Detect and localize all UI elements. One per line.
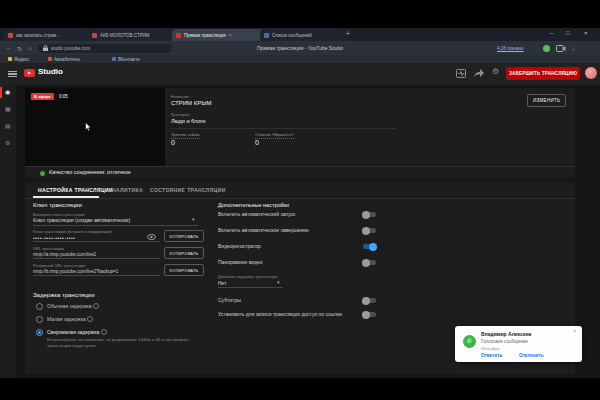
bookmark-favicon-icon — [112, 57, 116, 61]
tabs-divider — [25, 198, 575, 199]
show-key-eye-icon[interactable] — [147, 234, 156, 240]
additional-settings-header: Дополнительные настройки — [218, 202, 289, 208]
live-badge: В эфире — [31, 93, 54, 100]
studio-mini-sidebar: ◉ ▦ ▤ ⚙ — [0, 85, 16, 378]
bookmark-label: Яндекс — [14, 57, 29, 62]
copy-backup-url-button[interactable]: КОПИРОВАТЬ — [164, 264, 204, 276]
tab-stream-health[interactable]: СОСТОЯНИЕ ТРАНСЛЯЦИИ — [150, 187, 226, 193]
stream-key-header: Ключ трансляции — [33, 202, 82, 208]
live-time: 0:05 — [59, 94, 68, 99]
auto-start-toggle[interactable] — [363, 212, 376, 217]
radio-label: Малая задержка — [47, 316, 86, 322]
bookmark-item[interactable]: Яндекс — [8, 57, 29, 62]
stream-key-value: ••••-••••-••••-•••• — [33, 235, 143, 241]
field-underline — [33, 258, 160, 259]
connection-quality-text: Качество соединения: отличное — [49, 169, 131, 175]
browser-tab-label: как записать стрим… — [16, 33, 61, 38]
settings-gear-icon[interactable]: ⚙ — [492, 67, 499, 76]
info-icon[interactable] — [93, 303, 99, 309]
radio-ultra-low-latency[interactable] — [36, 329, 43, 336]
browser-toolbar: ← ↻ ⌂ studio.youtube.com Прямая трансляц… — [0, 41, 600, 55]
toggle-row-label: Панорамное видео — [218, 259, 263, 265]
dvr-toggle[interactable] — [363, 244, 376, 249]
youtube-favicon-icon — [92, 33, 97, 38]
toggle-row-label: Включить автоматический запуск — [218, 211, 295, 217]
sidebar-item-analytics-icon[interactable]: ▤ — [5, 122, 11, 129]
browser-tab-2[interactable]: АКБ МОЛОТОВ.СТРИМ — [88, 29, 178, 41]
copy-url-button[interactable]: КОПИРОВАТЬ — [164, 247, 204, 259]
sidebar-item-stream-broadcast-icon[interactable]: ◉ — [5, 88, 10, 95]
auto-stop-toggle[interactable] — [363, 228, 376, 233]
radio-normal-latency[interactable] — [36, 303, 43, 310]
info-icon[interactable] — [101, 329, 107, 335]
chevron-down-icon[interactable]: ▾ — [192, 216, 195, 222]
copy-key-button[interactable]: КОПИРОВАТЬ — [164, 230, 204, 242]
edit-button[interactable]: ИЗМЕНИТЬ — [527, 94, 566, 107]
bookmarks-bar: Яндекс Авиабилеты ВКонтакте — [0, 55, 600, 63]
browser-tab-label: Прямая трансляция — [184, 33, 226, 38]
extension-icon[interactable] — [543, 45, 550, 52]
download-indicator[interactable]: 4.28 скачано — [497, 46, 524, 51]
browser-tab-4[interactable]: Список сообщений — [260, 29, 348, 41]
delay-dropdown-label: Добавить задержку трансляции — [218, 274, 277, 279]
toast-sender-name: Владимир Алексеев — [481, 331, 531, 337]
toast-dismiss-button[interactable]: Отклонить — [519, 353, 544, 358]
toast-app-name: WhatsApp — [481, 346, 499, 351]
delay-dropdown-value[interactable]: Нет — [218, 280, 227, 286]
tab-stream-setup[interactable]: НАСТРОЙКА ТРАНСЛЯЦИИ — [38, 187, 113, 193]
panoramic-video-toggle[interactable] — [363, 260, 376, 265]
home-icon[interactable]: ⌂ — [28, 45, 32, 51]
window-minimize-button[interactable]: – — [550, 30, 553, 36]
backup-url-label: Резервный URL трансляции — [33, 263, 85, 268]
field-underline — [33, 275, 160, 276]
lock-icon — [43, 45, 48, 51]
end-stream-button[interactable]: ЗАВЕРШИТЬ ТРАНСЛЯЦИЮ — [506, 67, 580, 80]
browser-tab-strip: как записать стрим… АКБ МОЛОТОВ.СТРИМ Пр… — [0, 28, 600, 41]
sidebar-item-settings-icon[interactable]: ⚙ — [5, 139, 10, 146]
stream-health-icon[interactable] — [456, 69, 466, 78]
browser-tab-1[interactable]: как записать стрим… — [4, 29, 94, 41]
connection-quality-dot-icon — [40, 171, 45, 176]
chevron-down-icon[interactable]: ▾ — [277, 279, 280, 285]
captions-toggle[interactable] — [363, 298, 376, 303]
browser-tab-active[interactable]: Прямая трансляция × — [172, 29, 266, 41]
viewers-label[interactable]: Зрители сейчас — [171, 132, 200, 139]
bookmark-label: ВКонтакте — [118, 57, 140, 62]
unlisted-recording-toggle[interactable] — [363, 312, 376, 317]
bookmark-favicon-icon — [48, 57, 52, 61]
avatar[interactable] — [585, 67, 597, 79]
field-underline — [218, 287, 283, 288]
info-icon[interactable] — [87, 316, 93, 322]
toggle-row-label: Видеорегистратор — [218, 243, 261, 249]
radio-low-latency[interactable] — [36, 316, 43, 323]
tab-close-icon[interactable]: × — [229, 32, 232, 38]
field-underline — [33, 225, 198, 226]
select-key-value[interactable]: Ключ трансляции (создан автоматически) — [33, 217, 191, 223]
refresh-icon[interactable]: ↻ — [17, 45, 22, 52]
camera-icon[interactable] — [556, 45, 566, 52]
tab-analytics[interactable]: АНАЛИТИКА — [108, 187, 143, 193]
menu-hamburger-icon[interactable] — [8, 71, 17, 77]
back-icon[interactable]: ← — [6, 45, 12, 51]
bookmark-item[interactable]: Авиабилеты — [48, 57, 80, 62]
sidebar-item-manage-calendar-icon[interactable]: ▦ — [5, 105, 11, 112]
likes-value: 0 — [255, 139, 259, 146]
whatsapp-notification-toast[interactable]: ✆ Владимир Алексеев Голосовое сообщение … — [455, 326, 582, 362]
stream-title: СТРИМ КРЫМ — [171, 100, 212, 106]
new-tab-button[interactable]: + — [346, 30, 350, 37]
likes-label[interactable]: Отметки «Нравится» — [255, 132, 294, 139]
downloads-icon[interactable]: ↓ — [572, 45, 575, 51]
toast-close-icon[interactable]: × — [573, 328, 576, 334]
stream-overview-card: В эфире 0:05 Название СТРИМ КРЫМ Категор… — [25, 88, 575, 178]
window-maximize-button[interactable]: □ — [566, 30, 570, 36]
address-bar[interactable]: studio.youtube.com — [38, 44, 172, 53]
bookmark-label: Авиабилеты — [54, 57, 80, 62]
bookmark-item[interactable]: ВКонтакте — [112, 57, 140, 62]
mouse-cursor-icon — [85, 122, 92, 132]
toggle-row-label: Включить автоматическое завершение — [218, 227, 309, 233]
window-close-button[interactable]: × — [584, 30, 588, 36]
active-rail-indicator — [0, 87, 2, 98]
studio-header: ▶ Studio ⚙ ЗАВЕРШИТЬ ТРАНСЛЯЦИЮ — [0, 63, 600, 86]
share-icon[interactable] — [474, 69, 484, 77]
toast-reply-button[interactable]: Ответить — [481, 353, 502, 358]
